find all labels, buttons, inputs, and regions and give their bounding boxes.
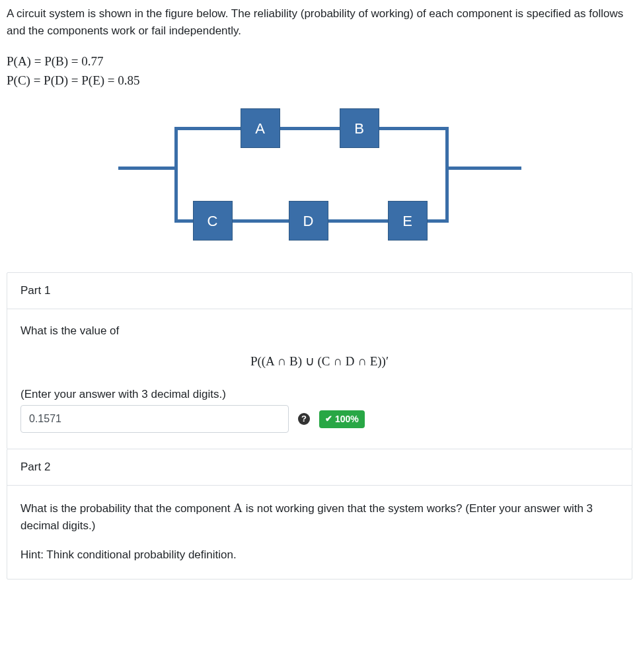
prob-line-1: P(A) = P(B) = 0.77 <box>7 52 632 71</box>
prob-line-2: P(C) = P(D) = P(E) = 0.85 <box>7 71 632 91</box>
part2-header[interactable]: Part 2 <box>7 449 632 486</box>
component-c: C <box>193 201 233 241</box>
problem-intro: A circuit system is shown in the figure … <box>7 5 632 39</box>
component-b: B <box>340 108 379 148</box>
part1-expression: P((A ∩ B) ∪ (C ∩ D ∩ E))′ <box>20 352 619 371</box>
part1-card: Part 1 What is the value of P((A ∩ B) ∪ … <box>7 272 632 449</box>
score-value: 100% <box>335 412 359 426</box>
part2-card: Part 2 What is the probability that the … <box>7 449 632 579</box>
part1-prompt: What is the value of <box>20 322 619 340</box>
score-badge: ✔ 100% <box>319 410 365 428</box>
given-probabilities: P(A) = P(B) = 0.77 P(C) = P(D) = P(E) = … <box>7 52 632 90</box>
component-e: E <box>388 201 428 241</box>
part1-answer-input[interactable] <box>20 405 289 433</box>
part2-question-var: A <box>233 501 243 515</box>
part1-instruction: (Enter your answer with 3 decimal digits… <box>20 386 619 403</box>
part2-hint: Hint: Think conditional probability defi… <box>20 546 619 564</box>
part2-question: What is the probability that the compone… <box>20 499 619 535</box>
component-a: A <box>241 108 280 148</box>
part1-header[interactable]: Part 1 <box>7 273 632 309</box>
circuit-diagram: A B C D E <box>118 114 521 246</box>
component-d: D <box>289 201 328 241</box>
check-icon: ✔ <box>325 412 332 426</box>
part2-question-pre: What is the probability that the compone… <box>20 502 233 515</box>
help-icon[interactable]: ? <box>298 413 310 425</box>
